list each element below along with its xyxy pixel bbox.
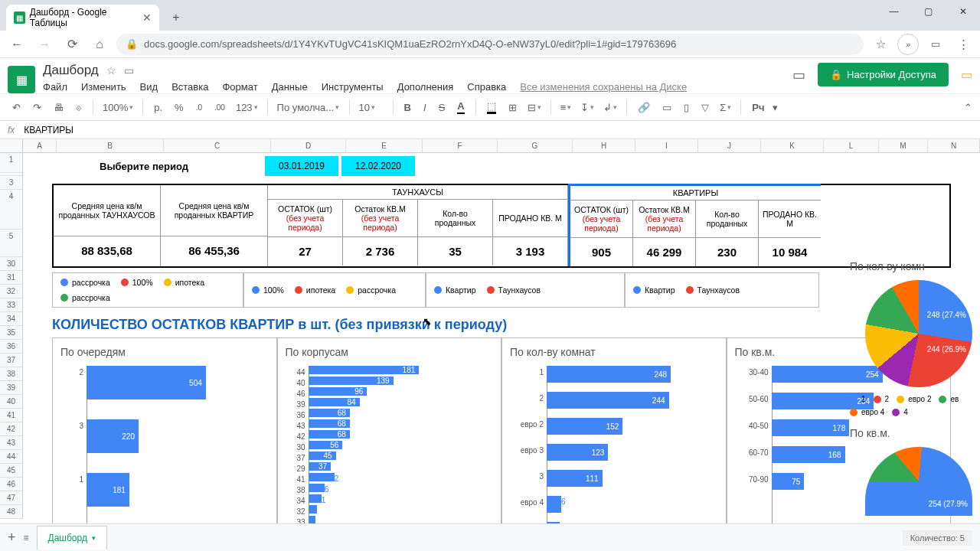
- sheet-tab[interactable]: Дашборд ▾: [37, 526, 107, 549]
- star-icon[interactable]: ☆: [106, 64, 116, 77]
- menu-tools[interactable]: Инструменты: [322, 81, 384, 93]
- text-color-button[interactable]: A: [452, 97, 469, 117]
- legend-item: рассрочка: [346, 285, 396, 295]
- new-tab-button[interactable]: +: [165, 7, 187, 28]
- date-to-cell[interactable]: 12.02.2020: [341, 156, 415, 176]
- formula-bar[interactable]: fx КВАРТИРЫ: [0, 121, 980, 139]
- link-button[interactable]: 🔗: [633, 99, 655, 116]
- bookmark-button[interactable]: ☆: [870, 34, 891, 55]
- sheets-logo-icon[interactable]: ▦: [8, 66, 35, 93]
- move-folder-icon[interactable]: ▭: [124, 64, 134, 77]
- close-icon[interactable]: ✕: [142, 11, 152, 24]
- print-button[interactable]: 🖶: [49, 99, 68, 116]
- legend-item: Квартир: [434, 285, 476, 295]
- browser-tab[interactable]: ▦ Дашборд - Google Таблицы ✕: [6, 5, 159, 31]
- back-button[interactable]: ←: [6, 34, 28, 55]
- paint-format-button[interactable]: ⟐: [71, 99, 87, 116]
- forward-button[interactable]: →: [34, 34, 55, 55]
- legend-item: 2: [874, 395, 890, 403]
- undo-button[interactable]: ↶: [8, 99, 25, 116]
- pie-chart-icon: 248 (27.4% 244 (26.9%: [865, 280, 972, 387]
- font-select[interactable]: По умолча...▾: [274, 100, 343, 115]
- menu-data[interactable]: Данные: [272, 81, 308, 93]
- window-close[interactable]: ✕: [946, 0, 980, 23]
- filter-button[interactable]: ▽: [697, 99, 714, 116]
- sheet-tabs-bar: + ≡ Дашборд ▾ Количество: 5: [0, 523, 980, 551]
- all-sheets-button[interactable]: ≡: [24, 533, 29, 543]
- legend-item: Таунхаусов: [487, 285, 541, 295]
- comments-button[interactable]: ▭: [792, 67, 805, 83]
- menu-format[interactable]: Формат: [222, 81, 257, 93]
- browser-tab-strip: ▦ Дашборд - Google Таблицы ✕ + — ▢ ✕: [0, 0, 980, 31]
- menu-view[interactable]: Вид: [140, 81, 158, 93]
- menu-addons[interactable]: Дополнения: [397, 81, 454, 93]
- borders-button[interactable]: ⊞: [504, 99, 521, 116]
- pie-chart-icon: 254 (27.9%: [865, 447, 972, 516]
- chevron-down-icon[interactable]: ▾: [92, 534, 96, 542]
- legend-item: ипотека: [295, 285, 335, 295]
- legend-item: Таунхаусов: [686, 285, 740, 295]
- sheets-header: ▦ Дашборд ☆ ▭ Файл Изменить Вид Вставка …: [0, 58, 980, 93]
- home-button[interactable]: ⌂: [89, 34, 110, 55]
- italic-button[interactable]: I: [419, 99, 431, 116]
- account-icon[interactable]: ▭: [961, 67, 972, 82]
- strike-button[interactable]: S: [434, 99, 450, 116]
- redo-button[interactable]: ↷: [28, 99, 46, 116]
- menu-edit[interactable]: Изменить: [81, 81, 126, 93]
- window-minimize[interactable]: —: [877, 0, 911, 23]
- font-size-select[interactable]: 10▾: [356, 100, 387, 115]
- browser-menu[interactable]: ⋮: [952, 34, 974, 55]
- functions-button[interactable]: Σ▾: [717, 100, 734, 115]
- legend-item: евро 4: [850, 408, 884, 416]
- percent-button[interactable]: %: [170, 99, 188, 116]
- legend-item: рассрочка: [60, 293, 110, 302]
- column-headers: ABCDEFGHIJKLMN: [0, 139, 980, 153]
- sheets-favicon: ▦: [14, 11, 25, 24]
- menu-help[interactable]: Справка: [467, 81, 506, 93]
- legends-row: рассрочка100%ипотекарассрочка 100%ипотек…: [52, 272, 951, 308]
- legend-item: евро 2: [897, 395, 931, 403]
- chart-by-building: По корпусам 4418140139469639843668436842…: [277, 337, 502, 550]
- address-bar: ← → ⟳ ⌂ 🔒 docs.google.com/spreadsheets/d…: [0, 31, 980, 58]
- dec-decimal-button[interactable]: .0: [191, 100, 207, 115]
- spreadsheet-grid[interactable]: ABCDEFGHIJKLMN 1345303132333435363738394…: [0, 139, 980, 153]
- wrap-button[interactable]: ↲▾: [600, 100, 620, 115]
- toolbar: ↶ ↷ 🖶 ⟐ 100%▾ р. % .0 .00 123▾ По умолча…: [0, 93, 980, 121]
- chart-button[interactable]: ▯: [679, 99, 694, 116]
- add-sheet-button[interactable]: +: [8, 530, 16, 546]
- legend-item: Квартир: [633, 285, 675, 295]
- script-button[interactable]: Рч: [747, 99, 769, 116]
- comment-button[interactable]: ▭: [658, 99, 676, 116]
- zoom-select[interactable]: 100%▾: [100, 100, 136, 115]
- bold-button[interactable]: B: [400, 99, 416, 116]
- lock-icon: 🔒: [830, 69, 842, 80]
- tab-title: Дашборд - Google Таблицы: [30, 7, 138, 28]
- doc-title[interactable]: Дашборд: [43, 63, 99, 78]
- currency-button[interactable]: р.: [149, 99, 167, 116]
- col-header: Средняя цена кв/м проданных ТАУНХАУСОВ: [54, 185, 160, 236]
- fill-color-button[interactable]: ⬚: [482, 97, 501, 117]
- formula-value: КВАРТИРЫ: [24, 125, 74, 135]
- summary-table: Средняя цена кв/м проданных ТАУНХАУСОВ 8…: [52, 184, 951, 268]
- number-format-select[interactable]: 123▾: [233, 100, 261, 115]
- menu-insert[interactable]: Вставка: [172, 81, 208, 93]
- inc-decimal-button[interactable]: .00: [210, 100, 230, 115]
- charts-row: По очередям 250432201181 По корпусам 441…: [52, 337, 951, 550]
- window-maximize[interactable]: ▢: [911, 0, 946, 23]
- menu-file[interactable]: Файл: [43, 81, 67, 93]
- date-from-cell[interactable]: 03.01.2019: [265, 156, 338, 176]
- reload-button[interactable]: ⟳: [61, 34, 83, 55]
- period-label: Выберите период: [23, 161, 265, 172]
- extensions-button[interactable]: »: [897, 34, 919, 55]
- merge-button[interactable]: ⊟▾: [524, 100, 544, 115]
- autosave-status[interactable]: Все изменения сохранены на Диске: [520, 81, 687, 93]
- lock-icon: 🔒: [126, 38, 138, 50]
- halign-button[interactable]: ≡▾: [557, 100, 575, 115]
- profile-button[interactable]: ▭: [925, 34, 946, 55]
- share-button[interactable]: 🔒 Настройки Доступа: [818, 63, 949, 86]
- selection-count[interactable]: Количество: 5: [903, 530, 972, 546]
- valign-button[interactable]: ↧▾: [577, 100, 597, 115]
- collapse-toolbar[interactable]: ⌃: [964, 102, 972, 113]
- legend-item: ипотека: [164, 278, 204, 287]
- url-input[interactable]: 🔒 docs.google.com/spreadsheets/d/1Y4YKvT…: [116, 34, 864, 55]
